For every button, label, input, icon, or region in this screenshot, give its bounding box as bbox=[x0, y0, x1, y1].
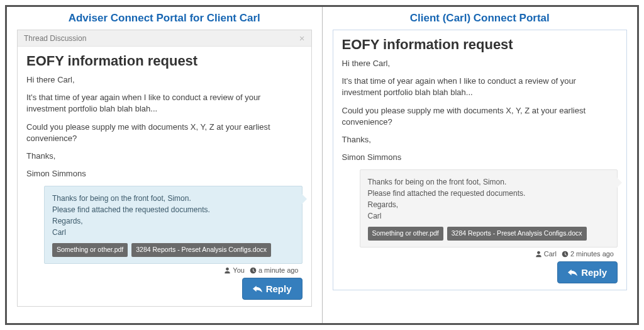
reply-line: Regards, bbox=[52, 215, 294, 227]
reply-wrap: Thanks for being on the front foot, Simo… bbox=[360, 169, 618, 258]
attachment-chip[interactable]: 3284 Reports - Preset Analysis Configs.d… bbox=[447, 227, 587, 241]
reply-button-label: Reply bbox=[581, 267, 607, 278]
meta-time: 2 minutes ago bbox=[570, 250, 614, 258]
reply-line: Thanks for being on the front foot, Simo… bbox=[52, 193, 294, 204]
msg-line: Could you please supply me with document… bbox=[26, 122, 303, 144]
thread-card-header: Thread Discussion × bbox=[18, 30, 311, 47]
user-icon bbox=[224, 267, 231, 274]
close-icon[interactable]: × bbox=[299, 33, 305, 43]
msg-line: Could you please supply me with document… bbox=[342, 105, 618, 128]
reply-wrap: Thanks for being on the front foot, Simo… bbox=[44, 186, 303, 274]
msg-line: Hi there Carl, bbox=[342, 58, 618, 69]
reply-button-label: Reply bbox=[266, 283, 292, 294]
reply-line: Please find attached the requested docum… bbox=[52, 204, 294, 215]
reply-line: Carl bbox=[368, 210, 610, 222]
msg-line: Simon Simmons bbox=[342, 152, 618, 163]
attachment-chip[interactable]: Something or other.pdf bbox=[52, 243, 128, 257]
reply-bubble: Thanks for being on the front foot, Simo… bbox=[360, 169, 618, 248]
reply-meta: Carl 2 minutes ago bbox=[360, 250, 614, 258]
user-icon bbox=[535, 251, 542, 258]
attachment-row: Something or other.pdf 3284 Reports - Pr… bbox=[368, 227, 610, 241]
reply-line: Carl bbox=[52, 227, 294, 238]
reply-line: Thanks for being on the front foot, Simo… bbox=[368, 176, 610, 188]
reply-meta: You a minute ago bbox=[44, 266, 299, 274]
attachment-chip[interactable]: Something or other.pdf bbox=[368, 227, 443, 241]
thread-title: EOFY information request bbox=[342, 37, 618, 53]
thread-title: EOFY information request bbox=[26, 53, 303, 69]
reply-arrow-icon bbox=[253, 284, 262, 293]
meta-time: a minute ago bbox=[258, 266, 299, 274]
thread-card: Thread Discussion × EOFY information req… bbox=[17, 30, 312, 307]
meta-user: Carl bbox=[544, 250, 557, 258]
reply-line: Please find attached the requested docum… bbox=[368, 188, 610, 199]
button-row: Reply bbox=[26, 278, 303, 300]
clock-icon bbox=[562, 251, 569, 258]
adviser-pane-title: Adviser Connect Portal for Client Carl bbox=[17, 12, 312, 25]
meta-user: You bbox=[233, 266, 245, 274]
client-pane-title: Client (Carl) Connect Portal bbox=[333, 12, 628, 25]
msg-line: Hi there Carl, bbox=[26, 74, 303, 86]
msg-line: It's that time of year again when I like… bbox=[26, 92, 303, 115]
msg-line: Thanks, bbox=[342, 134, 618, 145]
reply-line: Regards, bbox=[368, 199, 610, 210]
client-pane: Client (Carl) Connect Portal EOFY inform… bbox=[323, 7, 638, 323]
reply-button[interactable]: Reply bbox=[242, 278, 303, 300]
thread-card-body: EOFY information request Hi there Carl, … bbox=[333, 30, 627, 290]
reply-bubble: Thanks for being on the front foot, Simo… bbox=[44, 186, 303, 264]
reply-button[interactable]: Reply bbox=[557, 261, 618, 283]
msg-line: Simon Simmons bbox=[26, 168, 303, 179]
reply-arrow-icon bbox=[568, 268, 577, 277]
attachment-chip[interactable]: 3284 Reports - Preset Analysis Configs.d… bbox=[131, 243, 271, 257]
thread-card-header-label: Thread Discussion bbox=[24, 34, 86, 43]
msg-line: Thanks, bbox=[26, 151, 303, 162]
thread-card: EOFY information request Hi there Carl, … bbox=[333, 30, 628, 290]
button-row: Reply bbox=[342, 261, 618, 283]
attachment-row: Something or other.pdf 3284 Reports - Pr… bbox=[52, 243, 294, 257]
msg-line: It's that time of year again when I like… bbox=[342, 76, 618, 98]
clock-icon bbox=[250, 267, 257, 274]
thread-card-body: EOFY information request Hi there Carl, … bbox=[18, 47, 311, 306]
dual-portal-frame: Adviser Connect Portal for Client Carl T… bbox=[5, 5, 639, 325]
adviser-pane: Adviser Connect Portal for Client Carl T… bbox=[7, 7, 322, 323]
